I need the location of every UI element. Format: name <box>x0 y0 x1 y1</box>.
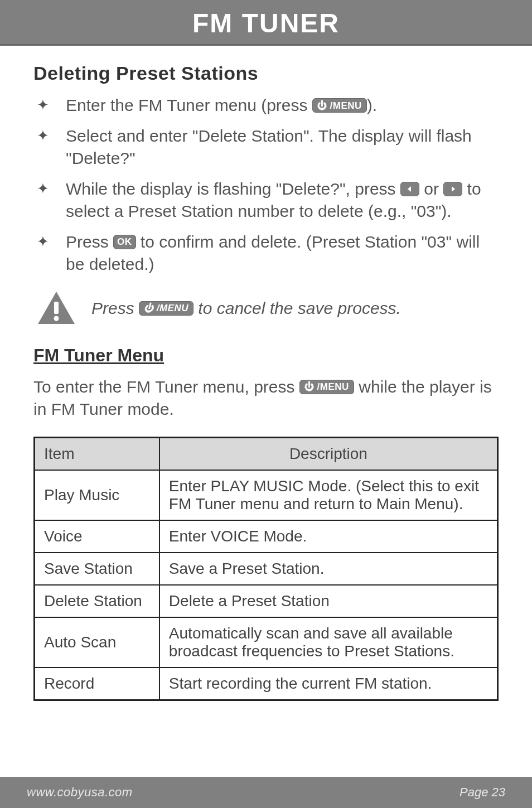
cell-desc: Start recording the current FM station. <box>159 667 498 700</box>
cell-item: Play Music <box>35 470 159 520</box>
warning-icon <box>37 291 76 326</box>
table-row: Voice Enter VOICE Mode. <box>35 520 498 553</box>
power-menu-key-icon: ⏻ /MENU <box>299 380 354 394</box>
star-icon: ✦ <box>33 178 66 199</box>
table-row: Save Station Save a Preset Station. <box>35 553 498 585</box>
table-row: Auto Scan Automatically scan and save al… <box>35 617 498 667</box>
note-row: Press ⏻ /MENU to cancel the save process… <box>37 291 499 326</box>
content-area: Deleting Preset Stations ✦ Enter the FM … <box>0 46 532 701</box>
cell-item: Voice <box>35 520 159 553</box>
text-fragment: To enter the FM Tuner menu, press <box>33 378 299 396</box>
menu-table: Item Description Play Music Enter PLAY M… <box>33 437 499 701</box>
text-fragment: to cancel the save process. <box>194 299 401 317</box>
left-key-icon <box>400 182 419 196</box>
text-fragment: Enter the FM Tuner menu (press <box>66 96 312 114</box>
svg-marker-0 <box>408 186 411 192</box>
key-label: ⏻ /MENU <box>144 303 188 313</box>
intro-text: To enter the FM Tuner menu, press ⏻ /MEN… <box>33 376 499 421</box>
bullet-item: ✦ While the display is flashing "Delete?… <box>33 178 499 223</box>
ok-key-icon: OK <box>113 235 136 249</box>
table-row: Record Start recording the current FM st… <box>35 667 498 700</box>
cell-desc: Enter PLAY MUSIC Mode. (Select this to e… <box>159 470 498 520</box>
cell-item: Delete Station <box>35 585 159 617</box>
bullet-list: ✦ Enter the FM Tuner menu (press ⏻ /MENU… <box>33 94 499 276</box>
bullet-item: ✦ Enter the FM Tuner menu (press ⏻ /MENU… <box>33 94 499 117</box>
footer-page: Page 23 <box>460 785 505 800</box>
key-label: ⏻ /MENU <box>304 382 349 391</box>
col-header-desc: Description <box>159 437 498 470</box>
cell-desc: Enter VOICE Mode. <box>159 520 498 553</box>
text-fragment: ). <box>367 96 377 114</box>
cell-desc: Save a Preset Station. <box>159 553 498 585</box>
footer-bar: www.cobyusa.com Page 23 <box>0 777 532 808</box>
table-row: Delete Station Delete a Preset Station <box>35 585 498 617</box>
text-fragment: Press <box>66 233 113 251</box>
power-menu-key-icon: ⏻ /MENU <box>139 301 194 316</box>
svg-marker-1 <box>452 186 455 192</box>
footer-url: www.cobyusa.com <box>27 785 133 800</box>
right-key-icon <box>443 182 462 196</box>
table-row: Play Music Enter PLAY MUSIC Mode. (Selec… <box>35 470 498 520</box>
star-icon: ✦ <box>33 231 66 251</box>
note-text: Press ⏻ /MENU to cancel the save process… <box>91 299 401 318</box>
section-heading-fm-menu: FM Tuner Menu <box>33 345 499 366</box>
bullet-text: Select and enter "Delete Station". The d… <box>66 125 499 170</box>
star-icon: ✦ <box>33 94 66 115</box>
cell-desc: Delete a Preset Station <box>159 585 498 617</box>
key-label: ⏻ /MENU <box>317 101 362 110</box>
bullet-text: Enter the FM Tuner menu (press ⏻ /MENU). <box>66 94 499 117</box>
power-menu-key-icon: ⏻ /MENU <box>312 98 367 113</box>
cell-desc: Automatically scan and save all availabl… <box>159 617 498 667</box>
cell-item: Auto Scan <box>35 617 159 667</box>
cell-item: Save Station <box>35 553 159 585</box>
text-fragment: Press <box>91 299 139 317</box>
bullet-item: ✦ Select and enter "Delete Station". The… <box>33 125 499 170</box>
text-fragment: While the display is flashing "Delete?",… <box>66 180 400 198</box>
svg-point-4 <box>54 316 59 321</box>
svg-rect-3 <box>54 302 59 314</box>
bullet-item: ✦ Press OK to confirm and delete. (Prese… <box>33 231 499 276</box>
bullet-text: While the display is flashing "Delete?",… <box>66 178 499 223</box>
star-icon: ✦ <box>33 125 66 146</box>
subheading-deleting: Deleting Preset Stations <box>33 62 499 84</box>
page-title: FM TUNER <box>192 8 340 38</box>
col-header-item: Item <box>35 437 159 470</box>
table-header-row: Item Description <box>35 437 498 470</box>
bullet-text: Press OK to confirm and delete. (Preset … <box>66 231 499 276</box>
cell-item: Record <box>35 667 159 700</box>
page-header: FM TUNER <box>0 0 532 46</box>
key-label: OK <box>117 237 132 246</box>
text-fragment: or <box>419 180 443 198</box>
